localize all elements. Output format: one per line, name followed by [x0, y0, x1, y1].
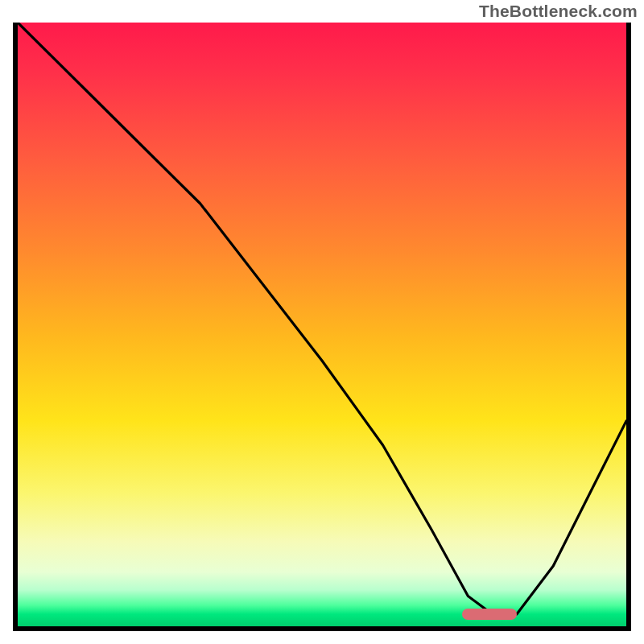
- attribution-text: TheBottleneck.com: [479, 2, 638, 21]
- bottleneck-curve: [18, 23, 626, 626]
- plot-frame: [13, 23, 631, 631]
- chart-stage: TheBottleneck.com: [0, 0, 644, 644]
- optimal-range-marker: [462, 609, 517, 620]
